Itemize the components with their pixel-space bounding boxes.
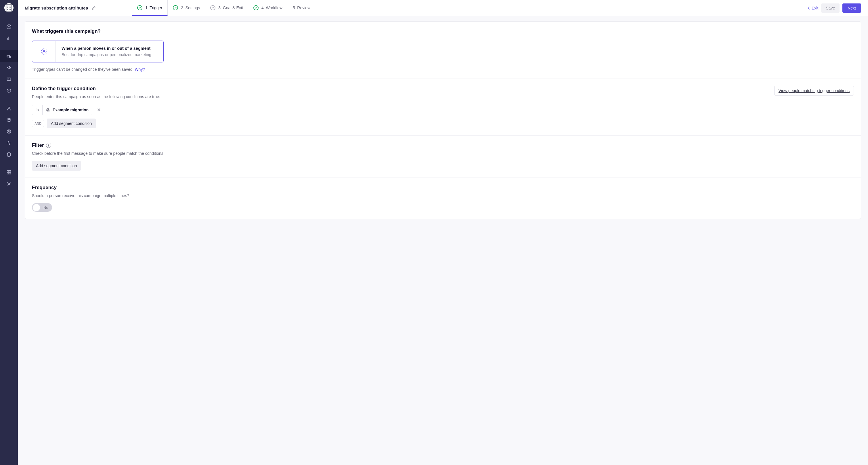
step-label: 3. Goal & Exit bbox=[218, 5, 243, 10]
frequency-section-title: Frequency bbox=[32, 185, 854, 191]
svg-rect-21 bbox=[9, 171, 11, 172]
segment-move-icon bbox=[32, 41, 56, 62]
campaign-card: What triggers this campaign? When a pers… bbox=[25, 21, 861, 219]
nav-data[interactable] bbox=[0, 149, 18, 160]
condition-section: Define the trigger condition People ente… bbox=[25, 79, 861, 136]
svg-rect-0 bbox=[6, 4, 12, 11]
remove-condition-button[interactable] bbox=[97, 108, 101, 113]
exit-link[interactable]: Exit bbox=[807, 6, 818, 10]
trigger-note: Trigger types can't be changed once they… bbox=[32, 67, 854, 71]
segment-icon bbox=[46, 108, 50, 112]
svg-point-28 bbox=[48, 109, 49, 110]
main: What triggers this campaign? When a pers… bbox=[18, 16, 868, 465]
exit-label: Exit bbox=[812, 6, 818, 10]
nav-broadcasts[interactable] bbox=[0, 62, 18, 74]
trigger-type-card[interactable]: When a person moves in or out of a segme… bbox=[32, 40, 164, 62]
step-settings[interactable]: 2. Settings bbox=[168, 0, 205, 16]
view-matching-link[interactable]: View people matching trigger conditions bbox=[779, 88, 849, 93]
nav-integrations[interactable] bbox=[0, 167, 18, 178]
check-icon bbox=[253, 5, 258, 10]
frequency-section-subtitle: Should a person receive this campaign mu… bbox=[32, 193, 854, 198]
step-label: 4. Workflow bbox=[261, 5, 282, 10]
sidebar bbox=[0, 0, 18, 465]
view-matching-link-box[interactable]: View people matching trigger conditions bbox=[774, 86, 854, 95]
nav-activity[interactable] bbox=[0, 137, 18, 149]
svg-rect-22 bbox=[7, 173, 9, 174]
svg-point-26 bbox=[43, 50, 44, 52]
add-segment-condition-button[interactable]: Add segment condition bbox=[47, 119, 96, 128]
filter-add-condition-button[interactable]: Add segment condition bbox=[32, 161, 81, 171]
trigger-why-link[interactable]: Why? bbox=[134, 67, 145, 71]
trigger-section: What triggers this campaign? When a pers… bbox=[25, 22, 861, 79]
step-label: 2. Settings bbox=[181, 5, 200, 10]
check-icon bbox=[137, 5, 143, 10]
step-trigger[interactable]: 1. Trigger bbox=[132, 0, 168, 16]
frequency-section: Frequency Should a person receive this c… bbox=[25, 178, 861, 219]
nav-dashboard[interactable] bbox=[0, 21, 18, 32]
svg-rect-20 bbox=[7, 171, 9, 172]
step-label: 1. Trigger bbox=[145, 5, 162, 10]
next-button[interactable]: Next bbox=[842, 3, 861, 13]
header: Migrate subscription attributes 1. Trigg… bbox=[18, 0, 868, 16]
nav-transactional[interactable] bbox=[0, 74, 18, 85]
svg-point-19 bbox=[7, 152, 11, 154]
condition-section-title: Define the trigger condition bbox=[32, 86, 160, 91]
check-icon bbox=[173, 5, 178, 10]
condition-segment-name: Example migration bbox=[53, 108, 89, 112]
condition-section-subtitle: People enter this campaign as soon as th… bbox=[32, 94, 160, 99]
svg-point-8 bbox=[9, 27, 9, 27]
svg-point-13 bbox=[9, 56, 11, 58]
nav-campaigns[interactable] bbox=[0, 50, 18, 62]
frequency-toggle[interactable]: No bbox=[32, 203, 52, 212]
nav-settings[interactable] bbox=[0, 178, 18, 190]
condition-value: Example migration bbox=[42, 105, 92, 115]
trigger-section-title: What triggers this campaign? bbox=[32, 28, 854, 34]
nav-deliveries[interactable] bbox=[0, 85, 18, 96]
condition-row: in Example migration bbox=[32, 105, 854, 115]
step-review[interactable]: 5. Review bbox=[288, 0, 315, 16]
edit-title-button[interactable] bbox=[90, 5, 97, 11]
svg-rect-23 bbox=[9, 173, 11, 174]
condition-chip[interactable]: in Example migration bbox=[32, 105, 92, 115]
stepper: 1. Trigger 2. Settings 3. Goal & Exit 4.… bbox=[132, 0, 315, 16]
filter-section: Filter ? Check before the first message … bbox=[25, 136, 861, 178]
svg-point-16 bbox=[8, 107, 9, 109]
nav-segments[interactable] bbox=[0, 126, 18, 137]
svg-point-14 bbox=[8, 57, 8, 57]
and-badge: AND bbox=[32, 120, 44, 127]
campaign-title: Migrate subscription attributes bbox=[25, 5, 88, 10]
help-icon[interactable]: ? bbox=[46, 143, 51, 148]
step-label: 5. Review bbox=[293, 5, 310, 10]
save-button[interactable]: Save bbox=[821, 3, 839, 13]
workspace-logo[interactable] bbox=[4, 3, 13, 12]
trigger-note-text: Trigger types can't be changed once they… bbox=[32, 67, 134, 71]
svg-point-18 bbox=[8, 130, 9, 132]
nav-content[interactable] bbox=[0, 114, 18, 126]
svg-rect-15 bbox=[7, 78, 11, 81]
nav-analytics[interactable] bbox=[0, 32, 18, 44]
trigger-card-title: When a person moves in or out of a segme… bbox=[62, 46, 151, 51]
toggle-knob bbox=[32, 204, 40, 211]
and-row: AND Add segment condition bbox=[32, 119, 854, 128]
header-actions: Exit Save Next bbox=[807, 3, 861, 13]
condition-in-label: in bbox=[32, 105, 42, 115]
toggle-label: No bbox=[43, 205, 48, 210]
filter-section-title: Filter bbox=[32, 142, 44, 148]
step-workflow[interactable]: 4. Workflow bbox=[248, 0, 288, 16]
step-goal-exit[interactable]: 3. Goal & Exit bbox=[205, 0, 248, 16]
svg-point-24 bbox=[8, 183, 9, 184]
nav-people[interactable] bbox=[0, 103, 18, 114]
close-icon bbox=[97, 108, 101, 112]
trigger-card-subtitle: Best for drip campaigns or personalized … bbox=[62, 52, 151, 57]
trigger-card-text: When a person moves in or out of a segme… bbox=[56, 41, 157, 62]
filter-section-subtitle: Check before the first message to make s… bbox=[32, 151, 854, 156]
check-icon bbox=[210, 5, 215, 10]
